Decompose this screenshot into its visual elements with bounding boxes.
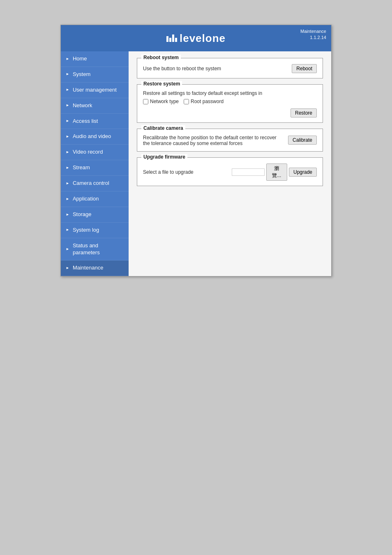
header-version: Maintenance 1.1.2.14 — [300, 28, 326, 41]
root-password-label: Root password — [191, 99, 224, 104]
sidebar-item-label: Stream — [73, 164, 125, 171]
reboot-description: Use the button to reboot the system — [143, 66, 289, 71]
upgrade-button[interactable]: Upgrade — [289, 168, 317, 177]
restore-description: Restore all settings to factory default … — [143, 90, 262, 96]
restore-section: Restore system Restore all settings to f… — [137, 84, 323, 123]
file-input-area: 瀏覽... Upgrade — [232, 164, 317, 181]
firmware-section: Upgrade firmware Select a file to upgrad… — [137, 157, 323, 186]
firmware-section-title: Upgrade firmware — [141, 154, 187, 160]
restore-section-body: Restore all settings to factory default … — [137, 85, 323, 122]
sidebar-item-system-log[interactable]: ► System log — [61, 223, 129, 238]
arrow-icon: ► — [66, 103, 69, 108]
logo-area: levelone — [166, 32, 226, 45]
reboot-button[interactable]: Reboot — [292, 64, 317, 73]
sidebar: ► Home ► System ► User management ► Netw… — [61, 51, 129, 276]
arrow-icon: ► — [66, 166, 69, 170]
arrow-icon: ► — [66, 247, 69, 252]
arrow-icon: ► — [66, 72, 69, 77]
firmware-description: Select a file to upgrade — [143, 169, 228, 175]
calibrate-button[interactable]: Calibrate — [288, 136, 317, 145]
sidebar-item-label: Home — [73, 55, 125, 62]
sidebar-item-label: Status and parameters — [73, 242, 125, 256]
main-container: levelone Maintenance 1.1.2.14 ► Home ► S… — [60, 25, 332, 276]
network-type-label: Network type — [150, 99, 179, 104]
sidebar-item-application[interactable]: ► Application — [61, 191, 129, 207]
calibrate-section-title: Calibrate camera — [141, 125, 185, 131]
calibrate-section: Calibrate camera Recalibrate the home po… — [137, 129, 323, 152]
sidebar-item-maintenance[interactable]: ► Maintenance — [61, 260, 129, 276]
sidebar-item-label: Access list — [73, 118, 125, 125]
arrow-icon: ► — [66, 150, 69, 155]
restore-section-title: Restore system — [141, 81, 182, 87]
arrow-icon: ► — [66, 266, 69, 271]
calibrate-description: Recalibrate the home position to the def… — [143, 135, 277, 146]
reboot-section-body: Use the button to reboot the system Rebo… — [137, 58, 323, 78]
browse-button[interactable]: 瀏覽... — [266, 164, 287, 181]
restore-left: Restore all settings to factory default … — [143, 90, 262, 104]
sidebar-item-camera-control[interactable]: ► Camera control — [61, 176, 129, 191]
sidebar-item-video-record[interactable]: ► Video record — [61, 145, 129, 160]
arrow-icon: ► — [66, 228, 69, 233]
sidebar-item-label: System log — [73, 227, 125, 234]
arrow-icon: ► — [66, 181, 69, 186]
sidebar-item-label: User management — [73, 87, 125, 94]
sidebar-item-audio-and-video[interactable]: ► Audio and video — [61, 129, 129, 145]
sidebar-item-home[interactable]: ► Home — [61, 51, 129, 67]
arrow-icon: ► — [66, 197, 69, 202]
arrow-icon: ► — [66, 134, 69, 139]
restore-button[interactable]: Restore — [291, 108, 317, 117]
firmware-section-body: Select a file to upgrade 瀏覽... Upgrade — [137, 158, 323, 186]
header: levelone Maintenance 1.1.2.14 — [61, 25, 331, 51]
sidebar-item-label: Audio and video — [73, 133, 125, 140]
network-type-checkbox[interactable] — [143, 99, 148, 104]
sidebar-item-label: Maintenance — [73, 265, 125, 272]
arrow-icon: ► — [66, 57, 69, 62]
sidebar-item-network[interactable]: ► Network — [61, 98, 129, 114]
root-password-checkbox[interactable] — [184, 99, 189, 104]
sidebar-item-system[interactable]: ► System — [61, 67, 129, 83]
logo-icon — [166, 35, 177, 42]
main-content: Reboot system Use the button to reboot t… — [129, 51, 331, 276]
sidebar-item-storage[interactable]: ► Storage — [61, 207, 129, 223]
sidebar-item-label: Storage — [73, 211, 125, 218]
reboot-section: Reboot system Use the button to reboot t… — [137, 58, 323, 78]
arrow-icon: ► — [66, 88, 69, 92]
content-area: ► Home ► System ► User management ► Netw… — [61, 51, 331, 276]
calibrate-section-body: Recalibrate the home position to the def… — [137, 129, 323, 151]
arrow-icon: ► — [66, 212, 69, 217]
arrow-icon: ► — [66, 119, 69, 124]
sidebar-item-label: Application — [73, 196, 125, 203]
sidebar-item-label: Camera control — [73, 180, 125, 187]
logo-text: levelone — [180, 32, 226, 45]
sidebar-item-access-list[interactable]: ► Access list — [61, 114, 129, 129]
sidebar-item-label: System — [73, 71, 125, 78]
sidebar-item-user-management[interactable]: ► User management — [61, 83, 129, 98]
reboot-section-title: Reboot system — [141, 55, 181, 60]
restore-checkbox-row: Network type Root password — [143, 99, 262, 104]
sidebar-item-label: Network — [73, 102, 125, 109]
sidebar-item-status-and-parameters[interactable]: ► Status and parameters — [61, 238, 129, 261]
sidebar-item-stream[interactable]: ► Stream — [61, 160, 129, 176]
sidebar-item-label: Video record — [73, 149, 125, 156]
file-display — [232, 168, 265, 176]
